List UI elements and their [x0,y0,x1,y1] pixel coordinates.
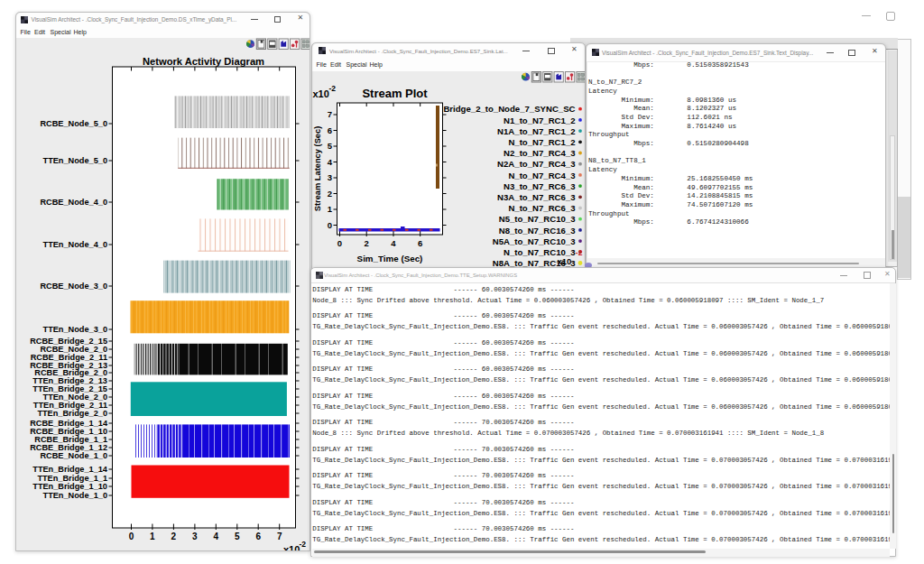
svg-text:4: 4 [213,532,218,541]
svg-text:N1A_to_N7_RC1_2: N1A_to_N7_RC1_2 [497,126,575,136]
svg-text:2: 2 [327,189,331,199]
svg-text:0: 0 [128,532,134,541]
svg-text:N2_to_N7_RC4_3: N2_to_N7_RC4_3 [504,148,575,158]
svg-text:3: 3 [192,532,198,541]
svg-text:Bridge_2_to_Node_7_SYNC_SC: Bridge_2_to_Node_7_SYNC_SC [443,104,575,114]
svg-text:4: 4 [327,157,332,167]
svg-text:TTEn_Node_3_0: TTEn_Node_3_0 [42,325,106,334]
svg-text:TTEn_Node_5_0: TTEn_Node_5_0 [42,156,106,165]
svg-text:N2A_to_N7_RC4_3: N2A_to_N7_RC4_3 [497,159,575,169]
svg-text:TTEn_Bridge_1_10: TTEn_Bridge_1_10 [32,482,107,491]
svg-text:5: 5 [235,532,240,541]
svg-text:Sim_Time (Sec): Sim_Time (Sec) [356,254,422,264]
svg-text:7: 7 [276,532,282,541]
svg-text:-2: -2 [575,248,582,257]
svg-text:2: 2 [364,238,368,248]
svg-text:6: 6 [418,238,422,248]
svg-text:N_to_N7_RC4_3: N_to_N7_RC4_3 [508,171,575,180]
svg-text:N5_to_N7_RC10_3: N5_to_N7_RC10_3 [498,214,575,224]
svg-text:TTEn_Bridge_2_0: TTEn_Bridge_2_0 [37,409,107,418]
svg-text:1: 1 [327,204,332,214]
svg-text:1: 1 [150,532,155,541]
svg-text:0: 0 [337,238,341,248]
svg-text:N1_to_N7_RC1_2: N1_to_N7_RC1_2 [504,116,575,125]
svg-text:x10: x10 [312,88,328,99]
svg-text:-2: -2 [299,540,306,549]
svg-text:N8_to_N7_RC16_3: N8_to_N7_RC16_3 [498,226,575,236]
svg-text:N3_to_N7_RC6_3: N3_to_N7_RC6_3 [504,181,575,191]
svg-text:6: 6 [327,125,331,135]
svg-text:N5A_to_N7_RC10_3: N5A_to_N7_RC10_3 [492,236,575,246]
svg-text:TTEn_Node_1_0: TTEn_Node_1_0 [42,491,106,500]
svg-text:2: 2 [171,532,176,541]
svg-text:RCBE_Node_5_0: RCBE_Node_5_0 [40,119,107,128]
svg-text:6: 6 [255,532,261,541]
svg-text:x10: x10 [283,544,300,550]
svg-text:N_to_N7_RC1_2: N_to_N7_RC1_2 [508,137,575,147]
svg-text:0: 0 [327,220,331,230]
svg-text:RCBE_Node_4_0: RCBE_Node_4_0 [40,198,107,207]
svg-text:Stream Latency (Sec): Stream Latency (Sec) [312,126,321,212]
svg-text:Stream Plot: Stream Plot [362,87,428,100]
svg-text:TTEn_Node_4_0: TTEn_Node_4_0 [42,240,106,249]
svg-text:-2: -2 [328,84,336,93]
svg-text:TTEn_Bridge_1_14: TTEn_Bridge_1_14 [32,465,108,474]
svg-text:RCBE_Node_1_0: RCBE_Node_1_0 [40,451,107,460]
svg-text:4: 4 [391,238,396,248]
svg-text:5: 5 [327,141,332,151]
svg-text:N_to_N7_RC6_3: N_to_N7_RC6_3 [508,203,575,213]
svg-text:3: 3 [327,172,331,182]
svg-text:Network Activity Diagram: Network Activity Diagram [142,56,263,67]
svg-text:7: 7 [327,109,331,119]
svg-text:x10: x10 [557,256,571,266]
svg-text:N3A_to_N7_RC6_3: N3A_to_N7_RC6_3 [497,192,575,202]
svg-text:RCBE_Node_3_0: RCBE_Node_3_0 [40,282,107,291]
